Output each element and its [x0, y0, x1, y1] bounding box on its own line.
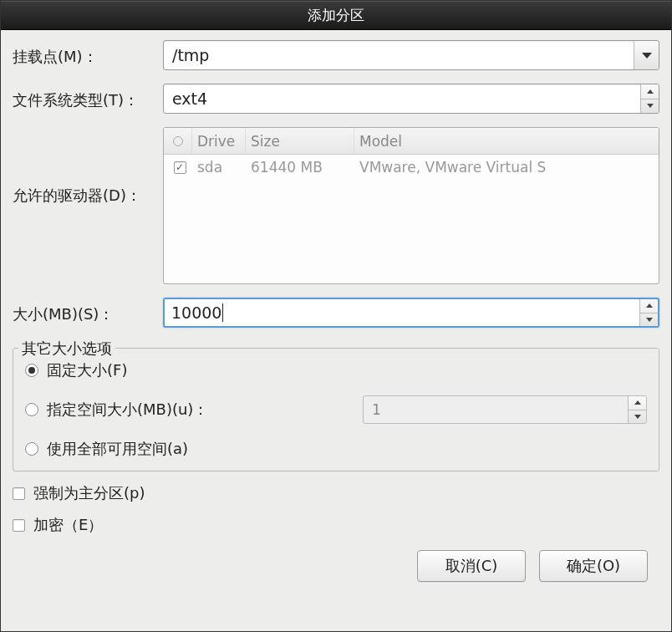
drive-row-size: 61440 MB	[247, 159, 356, 176]
add-partition-dialog: 添加分区 挂载点(M)： /tmp 文件系统类型(T)： ext4	[0, 0, 672, 632]
check-encrypt[interactable]: 加密（E）	[13, 515, 659, 535]
drive-table[interactable]: Drive Size Model sda 61440 MB VMware, VM…	[163, 127, 659, 284]
size-options-fieldset: 其它大小选项 固定大小(F) 指定空间大小(MB)(u)： 1	[13, 348, 659, 471]
mount-point-value: /tmp	[164, 46, 634, 64]
drive-header-drive[interactable]: Drive	[192, 128, 246, 154]
radio-fill-up-to[interactable]: 指定空间大小(MB)(u)： 1	[25, 395, 647, 424]
radio-allspace[interactable]	[25, 442, 38, 456]
label-fs-type: 文件系统类型(T)：	[13, 87, 163, 110]
label-size: 大小(MB)(S)：	[13, 301, 163, 324]
size-up[interactable]	[640, 299, 658, 313]
radio-fixed-label: 固定大小(F)	[47, 360, 127, 380]
drive-row[interactable]: sda 61440 MB VMware, VMware Virtual S	[164, 155, 659, 180]
label-allowed-drives: 允许的驱动器(D)：	[13, 127, 163, 206]
radio-fixed[interactable]	[25, 364, 38, 377]
fill-up-to-value: 1	[364, 401, 628, 418]
arrow-up-icon	[634, 400, 641, 405]
mount-point-combo[interactable]: /tmp	[163, 40, 659, 70]
row-mount-point: 挂载点(M)： /tmp	[13, 40, 659, 70]
cancel-button[interactable]: 取消(C)	[417, 550, 526, 582]
fs-type-combo[interactable]: ext4	[163, 84, 659, 114]
mount-point-dropdown-button[interactable]	[634, 41, 659, 69]
window-title: 添加分区	[1, 1, 671, 30]
label-mount-point: 挂载点(M)：	[13, 43, 163, 67]
arrow-up-icon	[646, 303, 653, 308]
size-down[interactable]	[640, 313, 658, 327]
radio-fixed-size[interactable]: 固定大小(F)	[25, 360, 647, 380]
fs-type-value: ext4	[164, 89, 640, 108]
size-spinbox[interactable]: 10000	[163, 298, 659, 328]
radio-icon	[173, 136, 183, 146]
row-fs-type: 文件系统类型(T)： ext4	[13, 84, 659, 114]
dialog-content: 挂载点(M)： /tmp 文件系统类型(T)： ext4	[1, 30, 671, 631]
size-value: 10000	[165, 303, 639, 322]
checkbox-primary[interactable]	[13, 487, 25, 500]
arrow-down-icon	[647, 104, 654, 108]
fs-type-spinner[interactable]	[640, 84, 659, 113]
checkbox-encrypt[interactable]	[13, 519, 25, 532]
ok-button[interactable]: 确定(O)	[539, 550, 648, 582]
chevron-down-icon	[642, 53, 652, 59]
drive-row-model: VMware, VMware Virtual S	[356, 159, 659, 176]
drive-row-checkbox[interactable]	[174, 161, 186, 174]
label-force-primary: 强制为主分区(p)	[33, 483, 145, 503]
drive-header-size[interactable]: Size	[246, 128, 354, 154]
size-options-legend: 其它大小选项	[18, 339, 115, 359]
row-allowed-drives: 允许的驱动器(D)： Drive Size Model sda 61440 MB…	[13, 127, 659, 284]
drive-row-drive: sda	[194, 159, 247, 176]
label-encrypt: 加密（E）	[33, 515, 103, 535]
fillup-spinner	[628, 396, 646, 423]
fill-up-to-spinbox: 1	[363, 395, 647, 424]
fs-type-up[interactable]	[641, 84, 659, 99]
arrow-down-icon	[646, 318, 653, 322]
radio-all-space[interactable]: 使用全部可用空间(a)	[25, 439, 647, 459]
arrow-up-icon	[647, 89, 654, 94]
dialog-buttons: 取消(C) 确定(O)	[13, 535, 659, 595]
check-force-primary[interactable]: 强制为主分区(p)	[13, 483, 659, 503]
arrow-down-icon	[634, 415, 641, 419]
row-size: 大小(MB)(S)： 10000	[13, 298, 659, 328]
radio-fillup-label: 指定空间大小(MB)(u)：	[47, 400, 208, 420]
drive-header-model[interactable]: Model	[354, 128, 659, 154]
radio-allspace-label: 使用全部可用空间(a)	[47, 439, 188, 459]
text-cursor	[222, 303, 223, 322]
drive-table-header: Drive Size Model	[164, 128, 659, 155]
drive-header-check[interactable]	[164, 128, 192, 154]
fs-type-down[interactable]	[641, 99, 659, 114]
size-spinner[interactable]	[639, 299, 658, 326]
radio-fillup[interactable]	[25, 403, 38, 416]
